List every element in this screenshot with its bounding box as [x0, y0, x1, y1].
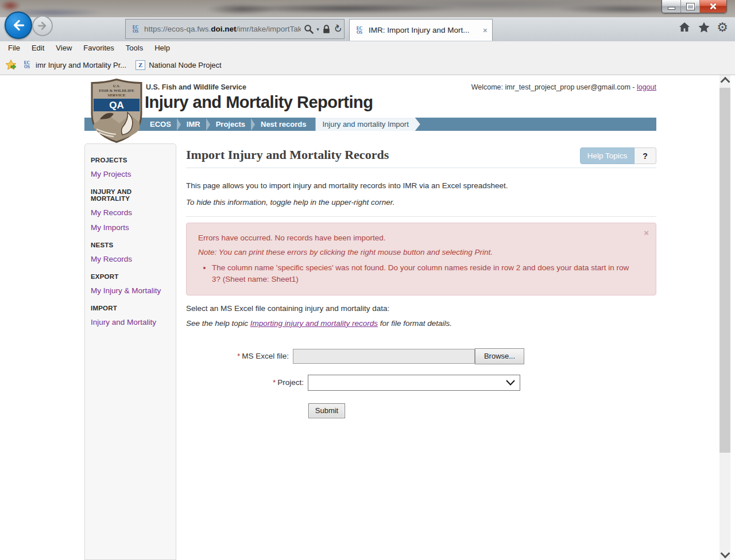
svg-text:SERVICE: SERVICE [108, 93, 126, 98]
file-select-prompt: Select an MS Excel file containing injur… [186, 304, 656, 313]
browser-navigation-bar: ECOS https://ecos-qa.fws.doi.net/imr/tak… [0, 17, 735, 42]
error-close-icon[interactable]: × [644, 228, 649, 238]
sidebar-heading-nests: NESTS [91, 242, 171, 248]
ecos-favicon: ECOS [22, 61, 32, 69]
refresh-icon[interactable]: ↻ [331, 23, 343, 36]
breadcrumb: ECOS IMR Projects Nest records Injury an… [84, 118, 656, 131]
minimize-icon [668, 7, 675, 10]
settings-gear-icon[interactable]: ⚙ [717, 21, 728, 34]
logout-link[interactable]: logout [637, 83, 656, 91]
browse-button[interactable]: Browse... [475, 348, 524, 364]
menu-edit[interactable]: Edit [26, 41, 50, 55]
menu-view[interactable]: View [50, 41, 78, 55]
sidebar-heading-export: EXPORT [91, 273, 171, 280]
restore-button[interactable] [681, 0, 700, 13]
menu-file[interactable]: File [2, 41, 26, 55]
favorite-label: National Node Project [149, 61, 221, 69]
app-title: Injury and Mortality Reporting [145, 93, 373, 112]
titlebar-blur-decoration [0, 0, 735, 17]
sidebar-heading-projects: PROJECTS [91, 157, 171, 164]
excel-file-label: *MS Excel file: [186, 352, 293, 360]
add-favorite-star-icon[interactable] [5, 59, 17, 71]
forward-arrow-icon [37, 20, 48, 32]
divider [186, 168, 656, 168]
close-window-button[interactable] [700, 0, 726, 13]
search-dropdown-caret-icon[interactable]: ▾ [316, 26, 319, 32]
project-row: *Project: [186, 375, 656, 391]
z-favicon: Z [136, 60, 145, 70]
favorite-item-national-node[interactable]: Z National Node Project [131, 60, 226, 70]
scrollbar-thumb[interactable] [719, 88, 730, 453]
browser-window: ECOS https://ecos-qa.fws.doi.net/imr/tak… [0, 0, 735, 560]
menu-favorites[interactable]: Favorites [78, 41, 119, 55]
breadcrumb-current: Injury and mortality Import [315, 118, 420, 131]
sidebar-item-my-injury-mortality[interactable]: My Injury & Mortality [91, 286, 171, 295]
breadcrumb-nest-records[interactable]: Nest records [255, 118, 312, 131]
submit-button[interactable]: Submit [308, 403, 345, 418]
breadcrumb-imr[interactable]: IMR [181, 118, 206, 131]
vertical-scrollbar[interactable] [719, 75, 730, 560]
sidebar-item-injury-and-mortality[interactable]: Injury and Mortality [91, 318, 171, 326]
tab-title: IMR: Import Injury and Mort... [369, 26, 481, 34]
required-marker: * [237, 352, 240, 360]
chevron-right-icon [206, 118, 210, 131]
address-bar[interactable]: ECOS https://ecos-qa.fws.doi.net/imr/tak… [125, 19, 345, 39]
sidebar-heading-injury-and-mortality: INJURY AND MORTALITY [91, 188, 171, 202]
window-titlebar [0, 0, 735, 17]
importing-records-help-link[interactable]: Importing injury and mortality records [250, 319, 378, 328]
project-select[interactable] [308, 375, 520, 391]
intro-text: This page allows you to import injury an… [186, 181, 656, 190]
error-detail: The column name 'specific species' was n… [212, 262, 639, 286]
search-icon[interactable] [303, 24, 314, 34]
excel-file-input[interactable] [293, 349, 475, 364]
favorite-item-imr[interactable]: ECOS imr Injury and Mortality Pr... [17, 61, 131, 69]
sidebar-heading-import: IMPORT [91, 305, 171, 312]
scroll-down-arrow-icon[interactable] [719, 549, 730, 560]
favorite-label: imr Injury and Mortality Pr... [36, 61, 126, 69]
svg-text:U.S.: U.S. [113, 84, 121, 88]
favorites-bar: ECOS imr Injury and Mortality Pr... Z Na… [0, 55, 735, 75]
menu-help[interactable]: Help [149, 41, 176, 55]
required-marker: * [273, 378, 276, 387]
sidebar-item-my-records[interactable]: My Records [91, 208, 171, 217]
tab-close-icon[interactable]: × [483, 26, 488, 35]
sidebar-navigation: PROJECTS My Projects INJURY AND MORTALIT… [84, 143, 176, 560]
breadcrumb-ecos[interactable]: ECOS [144, 118, 177, 131]
scroll-up-arrow-icon[interactable] [719, 75, 730, 87]
sidebar-item-nests-my-records[interactable]: My Records [91, 255, 171, 263]
help-topics-button[interactable]: Help Topics [580, 147, 635, 164]
lock-icon [322, 24, 331, 34]
main-content: Import Injury and Mortality Records Help… [186, 143, 656, 418]
back-button[interactable] [5, 11, 32, 39]
breadcrumb-projects[interactable]: Projects [210, 118, 251, 131]
error-print-note: Note: You can print these errors by clic… [198, 248, 639, 256]
menu-tools[interactable]: Tools [120, 41, 149, 55]
chevron-right-icon [251, 118, 255, 131]
forward-button[interactable] [32, 15, 53, 36]
svg-text:FISH & WILDLIFE: FISH & WILDLIFE [99, 88, 134, 93]
window-controls [662, 0, 727, 13]
sidebar-item-my-imports[interactable]: My Imports [91, 223, 171, 232]
sidebar-item-my-projects[interactable]: My Projects [91, 170, 171, 178]
help-topic-sentence: See the help topic Importing injury and … [186, 319, 656, 328]
menu-bar: File Edit View Favorites Tools Help [0, 41, 735, 55]
error-alert: × Errors have occurred. No records have … [186, 223, 656, 295]
home-icon[interactable] [678, 21, 691, 34]
browser-tab[interactable]: ECOS IMR: Import Injury and Mort... × [349, 19, 493, 41]
favorites-star-icon[interactable] [697, 21, 711, 34]
tab-ecos-favicon: ECOS [354, 26, 365, 34]
excel-file-row: *MS Excel file: Browse... [186, 348, 656, 364]
ecos-favicon: ECOS [130, 25, 141, 33]
welcome-text: Welcome: imr_test_project_prop user@gmai… [471, 83, 656, 91]
error-summary: Errors have occurred. No records have be… [198, 234, 639, 242]
url-text: https://ecos-qa.fws.doi.net/imr/take/imp… [144, 25, 301, 33]
minimize-button[interactable] [662, 0, 681, 13]
help-toggle-button[interactable]: ? [635, 147, 656, 164]
import-form: *MS Excel file: Browse... *Project: Subm… [186, 348, 656, 418]
toggle-help-note: To hide this information, toggle help in… [186, 198, 656, 207]
fws-logo: U.S. FISH & WILDLIFE SERVICE QA [91, 79, 142, 145]
chevron-right-icon [177, 118, 181, 131]
svg-text:QA: QA [109, 100, 124, 111]
select-chevron-down-icon [506, 380, 515, 386]
submit-row: Submit [308, 403, 656, 418]
